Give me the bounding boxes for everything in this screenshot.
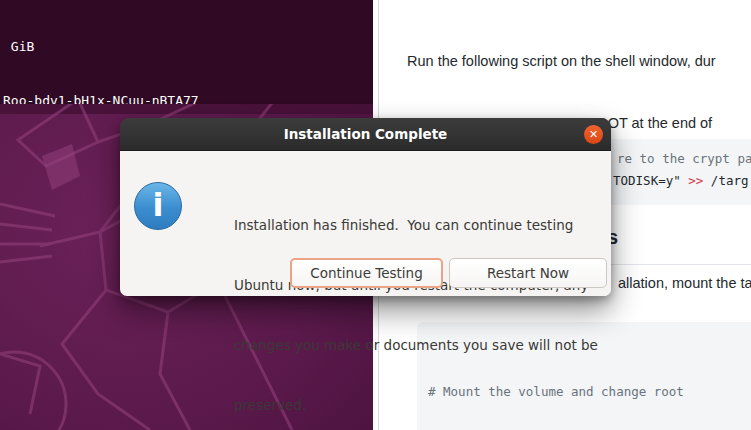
- code-line-fragment: re to the crypt pa: [617, 148, 751, 170]
- dialog-message: Installation has finished. You can conti…: [234, 175, 598, 430]
- info-icon: i: [134, 182, 182, 230]
- close-button[interactable]: ✕: [584, 125, 603, 144]
- dialog-body: i Installation has finished. You can con…: [120, 151, 611, 296]
- terminal-line: GiB: [3, 38, 376, 56]
- dialog-titlebar[interactable]: Installation Complete ✕: [120, 118, 611, 151]
- code-operator: >>: [688, 173, 703, 188]
- terminal-window[interactable]: GiB Roo-bdv1-bH1x-NCuu-nBTA77 re to the …: [0, 0, 376, 106]
- code-line-fragment: TODISK=y" >> /targ: [613, 170, 748, 192]
- message-line: preserved.: [234, 395, 598, 415]
- restart-now-button[interactable]: Restart Now: [449, 258, 607, 288]
- installation-complete-dialog: Installation Complete ✕ i Installation h…: [120, 118, 611, 296]
- screen: GiB Roo-bdv1-bH1x-NCuu-nBTA77 re to the …: [0, 0, 751, 430]
- continue-testing-button[interactable]: Continue Testing: [290, 258, 443, 288]
- code-text: /targ: [703, 173, 748, 188]
- message-line: changes you make or documents you save w…: [234, 335, 598, 355]
- info-icon-glyph: i: [153, 189, 164, 221]
- code-text: TODISK=y": [613, 173, 688, 188]
- dialog-title: Installation Complete: [284, 126, 448, 142]
- paragraph-mount-fragment: allation, mount the ta: [618, 272, 751, 296]
- message-line: Installation has finished. You can conti…: [234, 215, 598, 235]
- close-icon: ✕: [589, 128, 598, 141]
